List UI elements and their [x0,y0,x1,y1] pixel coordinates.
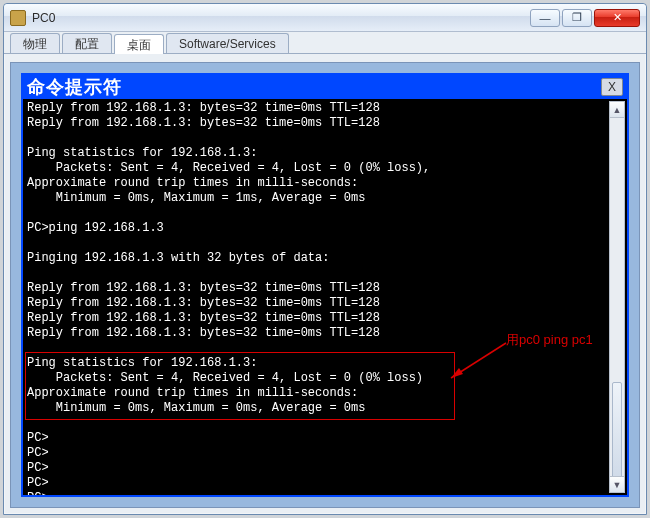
close-button[interactable]: ✕ [594,9,640,27]
command-prompt-title: 命令提示符 [27,75,122,99]
tab-config[interactable]: 配置 [62,33,112,53]
maximize-button[interactable]: ❐ [562,9,592,27]
terminal-scrollbar[interactable]: ▲ ▼ [609,101,625,493]
app-icon [10,10,26,26]
tab-desktop[interactable]: 桌面 [114,34,164,54]
terminal-output[interactable]: Reply from 192.168.1.3: bytes=32 time=0m… [23,99,627,495]
window-title: PC0 [32,11,530,25]
tab-physical[interactable]: 物理 [10,33,60,53]
desktop-panel: 命令提示符 X Reply from 192.168.1.3: bytes=32… [10,62,640,508]
scroll-down-button[interactable]: ▼ [610,476,624,492]
annotation-label: 用pc0 ping pc1 [506,331,593,349]
command-prompt-window: 命令提示符 X Reply from 192.168.1.3: bytes=32… [21,73,629,497]
tab-software-services[interactable]: Software/Services [166,33,289,53]
tab-bar: 物理 配置 桌面 Software/Services [4,32,646,54]
titlebar[interactable]: PC0 — ❐ ✕ [4,4,646,32]
command-prompt-titlebar[interactable]: 命令提示符 X [23,75,627,99]
window-buttons: — ❐ ✕ [530,9,640,27]
app-window: PC0 — ❐ ✕ 物理 配置 桌面 Software/Services 命令提… [3,3,647,515]
command-prompt-close-button[interactable]: X [601,78,623,96]
scroll-thumb[interactable] [612,382,622,482]
minimize-button[interactable]: — [530,9,560,27]
scroll-up-button[interactable]: ▲ [610,102,624,118]
